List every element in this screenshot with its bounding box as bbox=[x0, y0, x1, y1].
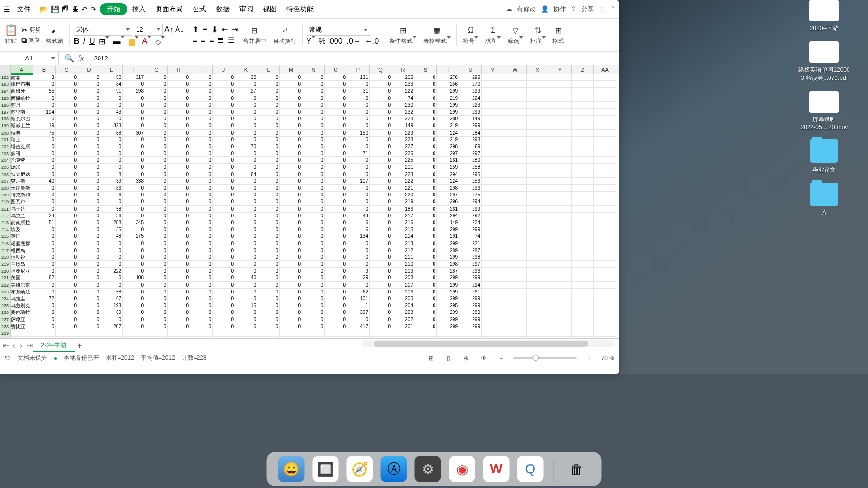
cell[interactable]: 0 bbox=[235, 192, 257, 198]
cell[interactable]: 0 bbox=[370, 323, 392, 330]
cell[interactable]: 0 bbox=[370, 185, 392, 192]
cell[interactable]: 0 bbox=[325, 274, 347, 281]
cell[interactable] bbox=[549, 289, 572, 295]
cell[interactable]: 0 bbox=[302, 219, 325, 226]
cell[interactable]: 0 bbox=[56, 274, 78, 281]
col-header-R[interactable]: R bbox=[392, 65, 414, 74]
comma-icon[interactable]: 000 bbox=[330, 37, 343, 46]
cell[interactable] bbox=[504, 157, 527, 164]
cell[interactable]: 0 bbox=[168, 122, 190, 129]
cell[interactable]: 0 bbox=[168, 137, 190, 143]
cell[interactable]: 0 bbox=[33, 81, 56, 88]
cell[interactable]: 0 bbox=[168, 192, 190, 198]
cell[interactable]: 0 bbox=[213, 95, 235, 102]
horizontal-scrollbar[interactable] bbox=[362, 340, 615, 347]
cell[interactable]: 0 bbox=[302, 185, 325, 192]
cell[interactable]: 0 bbox=[213, 316, 235, 323]
cell[interactable] bbox=[549, 268, 572, 274]
cell[interactable]: 0 bbox=[370, 74, 392, 81]
cell[interactable]: 0 bbox=[347, 95, 370, 102]
col-header-J[interactable]: J bbox=[213, 65, 235, 74]
cell[interactable]: 287 bbox=[459, 247, 482, 254]
cell[interactable]: 275 bbox=[459, 192, 482, 198]
cell[interactable]: 0 bbox=[325, 213, 347, 219]
cell[interactable] bbox=[572, 171, 594, 178]
cell[interactable]: 228 bbox=[392, 137, 414, 143]
cell[interactable]: 276 bbox=[437, 74, 459, 81]
cell[interactable] bbox=[549, 88, 572, 95]
cell[interactable]: 0 bbox=[213, 289, 235, 295]
cell[interactable] bbox=[549, 213, 572, 219]
cell[interactable]: 297 bbox=[437, 192, 459, 198]
cell[interactable] bbox=[504, 268, 527, 274]
cell[interactable]: 0 bbox=[56, 233, 78, 240]
cell[interactable] bbox=[11, 330, 33, 337]
cell[interactable]: 0 bbox=[145, 95, 168, 102]
cell[interactable] bbox=[504, 143, 527, 150]
cell[interactable] bbox=[482, 330, 504, 337]
cell[interactable]: 29 bbox=[347, 274, 370, 281]
cell[interactable] bbox=[549, 122, 572, 129]
cell[interactable]: 0 bbox=[190, 219, 213, 226]
row-header[interactable]: 213 bbox=[0, 219, 11, 226]
cell[interactable]: 284 bbox=[459, 130, 482, 137]
cell[interactable]: 0 bbox=[325, 157, 347, 164]
cell[interactable]: 0 bbox=[123, 157, 145, 164]
cell[interactable]: 0 bbox=[414, 323, 437, 330]
cell[interactable]: 288 bbox=[100, 219, 123, 226]
cell[interactable]: 0 bbox=[78, 247, 100, 254]
cell[interactable]: 299 bbox=[437, 295, 459, 302]
cell[interactable]: 0 bbox=[257, 109, 280, 116]
cell[interactable]: 0 bbox=[302, 74, 325, 81]
cell[interactable]: 0 bbox=[370, 95, 392, 102]
cell[interactable]: 0 bbox=[56, 116, 78, 122]
cell[interactable]: 0 bbox=[56, 316, 78, 323]
appstore-icon[interactable]: Ⓐ bbox=[381, 456, 407, 482]
cell[interactable] bbox=[527, 198, 549, 205]
cell[interactable]: 0 bbox=[325, 323, 347, 330]
cell[interactable] bbox=[280, 330, 302, 337]
cell[interactable]: 0 bbox=[33, 171, 56, 178]
cell[interactable] bbox=[572, 309, 594, 316]
cell[interactable]: 0 bbox=[414, 95, 437, 102]
cell[interactable] bbox=[504, 226, 527, 233]
cell[interactable] bbox=[549, 95, 572, 102]
cell[interactable]: 298 bbox=[123, 88, 145, 95]
cell[interactable]: 0 bbox=[325, 219, 347, 226]
cell[interactable]: 131 bbox=[347, 74, 370, 81]
cell[interactable]: 44 bbox=[347, 213, 370, 219]
cell[interactable] bbox=[504, 282, 527, 289]
cell[interactable] bbox=[527, 171, 549, 178]
cell[interactable]: 0 bbox=[325, 240, 347, 247]
cell[interactable]: 0 bbox=[33, 316, 56, 323]
cell[interactable] bbox=[527, 130, 549, 137]
cell[interactable] bbox=[594, 102, 616, 109]
row-header[interactable]: 200 bbox=[0, 130, 11, 137]
cell[interactable]: 0 bbox=[257, 268, 280, 274]
cell[interactable]: 多哥 bbox=[11, 150, 33, 157]
cell[interactable]: 0 bbox=[257, 143, 280, 150]
menu-insert[interactable]: 插入 bbox=[127, 5, 151, 14]
cell[interactable]: 0 bbox=[235, 261, 257, 268]
cell[interactable]: 0 bbox=[213, 150, 235, 157]
cell[interactable]: 0 bbox=[213, 81, 235, 88]
cell[interactable] bbox=[572, 137, 594, 143]
cell[interactable] bbox=[482, 143, 504, 150]
cell[interactable]: 0 bbox=[190, 164, 213, 171]
cell[interactable]: 0 bbox=[370, 102, 392, 109]
cell[interactable]: 0 bbox=[280, 116, 302, 122]
percent-icon[interactable]: % bbox=[319, 37, 326, 46]
cell[interactable]: 214 bbox=[392, 233, 414, 240]
cell[interactable] bbox=[527, 157, 549, 164]
cell[interactable]: 0 bbox=[370, 247, 392, 254]
cell[interactable]: 224 bbox=[459, 95, 482, 102]
cell[interactable]: 0 bbox=[414, 282, 437, 289]
cell[interactable] bbox=[527, 81, 549, 88]
cell[interactable]: 0 bbox=[325, 226, 347, 233]
cell[interactable]: 0 bbox=[280, 233, 302, 240]
cell[interactable]: 0 bbox=[302, 289, 325, 295]
col-header-S[interactable]: S bbox=[414, 65, 437, 74]
cell[interactable]: 0 bbox=[370, 274, 392, 281]
cell[interactable]: 258 bbox=[459, 164, 482, 171]
cell[interactable]: 294 bbox=[459, 198, 482, 205]
